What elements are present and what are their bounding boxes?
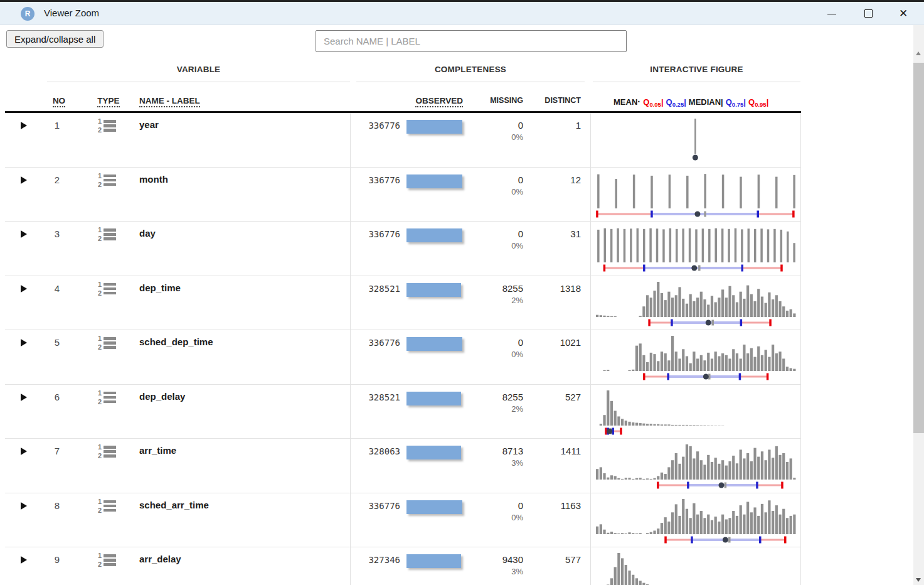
expand-row-arrow-icon[interactable]: [21, 448, 27, 455]
row-number: 2: [43, 174, 72, 185]
variable-name: sched_arr_time: [139, 500, 209, 510]
expand-row-arrow-icon[interactable]: [21, 176, 27, 184]
variable-name: arr_delay: [139, 554, 181, 564]
numeric-type-icon: 1 2: [95, 119, 120, 132]
missing-cell: 8713 3%: [444, 446, 523, 468]
observed-count: 336776: [326, 229, 400, 239]
observed-count: 336776: [326, 501, 400, 511]
minimize-button[interactable]: [821, 3, 842, 24]
missing-count: 0: [444, 337, 523, 348]
expand-collapse-all-button[interactable]: Expand/collapse all: [6, 30, 104, 48]
column-header-distinct: DISTINCT: [511, 96, 581, 105]
expand-row-arrow-icon[interactable]: [21, 394, 27, 401]
minimize-icon: [827, 14, 836, 14]
scroll-up-arrow-icon[interactable]: [916, 51, 921, 55]
maximize-button[interactable]: [858, 3, 879, 24]
table-row: 1 1 2 year 336776 0 0% 1: [5, 113, 801, 168]
observed-count: 328521: [326, 284, 400, 294]
expand-row-arrow-icon[interactable]: [21, 339, 27, 346]
missing-cell: 0 0%: [444, 228, 523, 250]
scroll-down-arrow-icon[interactable]: [916, 578, 921, 582]
table-row: 6 1 2 dep_delay 328521 8255 2% 527: [5, 385, 801, 439]
legend-item: Q0.25|: [666, 97, 686, 107]
distinct-count: 12: [526, 174, 581, 185]
variable-name: dep_delay: [139, 391, 185, 402]
row-number: 9: [43, 554, 72, 565]
distinct-count: 1021: [526, 337, 581, 348]
distinct-count: 527: [526, 392, 581, 402]
group-underline: [593, 82, 800, 82]
expand-row-arrow-icon[interactable]: [21, 502, 27, 510]
close-button[interactable]: ✕: [894, 3, 915, 24]
missing-count: 8255: [444, 392, 523, 402]
column-header-name-label[interactable]: NAME - LABEL: [139, 96, 200, 105]
title-bar: R Viewer Zoom ✕: [0, 2, 924, 25]
column-header-type[interactable]: TYPE: [92, 96, 125, 105]
observed-count: 328063: [326, 446, 400, 456]
variable-name: sched_dep_time: [139, 336, 213, 347]
variable-mini-chart[interactable]: [596, 496, 797, 545]
legend-item: MEDIAN|: [689, 97, 723, 107]
missing-percent: 2%: [444, 296, 523, 305]
variable-mini-chart[interactable]: [596, 550, 797, 585]
variable-name: arr_time: [139, 445, 176, 456]
missing-count: 0: [444, 500, 523, 511]
expand-row-arrow-icon[interactable]: [21, 230, 27, 238]
missing-count: 8255: [444, 283, 523, 294]
expand-row-arrow-icon[interactable]: [21, 556, 27, 564]
legend-item: Q0.75|: [726, 97, 746, 107]
legend-item: Q0.05|: [643, 97, 663, 107]
group-underline: [356, 82, 585, 82]
legend-item: MEAN·: [613, 97, 640, 107]
variable-mini-chart[interactable]: [596, 171, 797, 220]
table-row: 2 1 2 month 336776 0 0% 12: [5, 168, 801, 222]
expand-row-arrow-icon[interactable]: [21, 285, 27, 292]
table-row: 4 1 2 dep_time 328521 8255 2% 1318: [5, 276, 801, 331]
variable-name: month: [139, 174, 168, 185]
numeric-type-icon: 1 2: [95, 282, 120, 296]
numeric-type-icon: 1 2: [95, 554, 120, 567]
distinct-count: 1: [526, 120, 581, 131]
legend-item: Q0.95|: [748, 97, 768, 107]
variables-table: VARIABLE COMPLETENESS INTERACTIVE FIGURE…: [5, 60, 801, 585]
variable-name: dep_time: [139, 282, 181, 293]
variable-mini-chart[interactable]: [596, 279, 797, 328]
distinct-count: 1411: [526, 446, 581, 456]
scrollbar-thumb[interactable]: [913, 63, 924, 433]
variable-mini-chart[interactable]: [596, 333, 797, 382]
search-input[interactable]: [316, 30, 627, 52]
missing-cell: 9430 3%: [444, 554, 523, 576]
variable-mini-chart[interactable]: [596, 116, 797, 165]
missing-count: 0: [444, 120, 523, 131]
missing-percent: 0%: [444, 513, 523, 522]
distinct-count: 577: [526, 554, 581, 565]
numeric-type-icon: 1 2: [95, 174, 120, 187]
observed-count: 328521: [326, 392, 400, 402]
missing-cell: 0 0%: [444, 500, 523, 522]
missing-cell: 8255 2%: [444, 283, 523, 305]
numeric-type-icon: 1 2: [95, 500, 120, 513]
numeric-type-icon: 1 2: [95, 445, 120, 458]
window-title: Viewer Zoom: [44, 8, 99, 18]
missing-percent: 0%: [444, 350, 523, 359]
observed-count: 327346: [326, 555, 400, 565]
missing-count: 0: [444, 228, 523, 239]
observed-count: 336776: [326, 121, 400, 131]
missing-percent: 0%: [444, 132, 523, 142]
expand-row-arrow-icon[interactable]: [21, 122, 27, 129]
group-header-completeness: COMPLETENESS: [356, 65, 585, 74]
group-underline: [47, 82, 350, 82]
missing-count: 8713: [444, 446, 523, 456]
variable-mini-chart[interactable]: [596, 442, 797, 491]
maximize-icon: [864, 9, 873, 18]
variable-mini-chart[interactable]: [596, 388, 797, 437]
row-number: 4: [43, 283, 72, 294]
row-number: 1: [43, 120, 72, 131]
column-header-no[interactable]: NO: [46, 96, 72, 105]
variable-mini-chart[interactable]: [596, 225, 797, 274]
vertical-scrollbar[interactable]: [913, 25, 924, 585]
row-number: 5: [43, 337, 72, 348]
missing-percent: 3%: [444, 458, 523, 468]
table-row: 3 1 2 day 336776 0 0% 31: [5, 222, 801, 276]
distinct-count: 31: [526, 228, 581, 239]
